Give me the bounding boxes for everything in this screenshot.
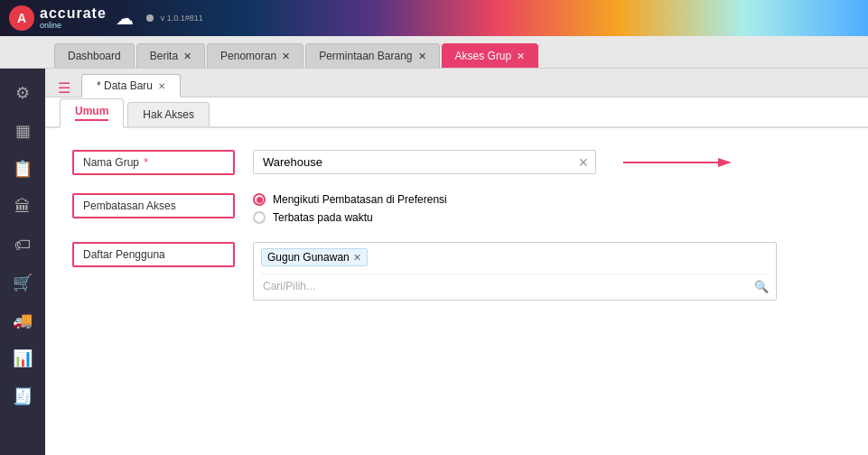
pembatasan-akses-row: Pembatasan Akses Mengikuti Pembatasan di… — [72, 193, 841, 224]
logo-name: accurate — [40, 5, 107, 22]
sidebar-item-document[interactable]: 📋 — [5, 152, 41, 186]
chart-icon: ▦ — [15, 121, 31, 141]
subtab-data-baru[interactable]: * Data Baru ✕ — [81, 74, 181, 98]
tab-dashboard[interactable]: Dashboard — [54, 43, 135, 68]
tax-icon: 🧾 — [13, 386, 33, 406]
tab-hak-akses[interactable]: Hak Akses — [127, 102, 210, 126]
tab-berita[interactable]: Berita ✕ — [136, 43, 205, 68]
sidebar: ⚙ ▦ 📋 🏛 🏷 🛒 🚚 📊 🧾 — [0, 69, 45, 455]
logo-icon: A — [9, 5, 34, 31]
nama-grup-label: Nama Grup * — [72, 150, 235, 175]
daftar-pengguna-label: Daftar Pengguna — [72, 242, 235, 267]
close-data-baru[interactable]: ✕ — [158, 81, 165, 91]
truck-icon: 🚚 — [13, 311, 33, 330]
sidebar-item-cart[interactable]: 🛒 — [5, 265, 41, 300]
svg-marker-1 — [718, 158, 732, 167]
search-icon[interactable]: 🔍 — [754, 280, 769, 293]
sidebar-item-chart[interactable]: ▦ — [5, 114, 41, 148]
version-label: v 1.0.1#811 — [161, 14, 203, 23]
main-tabbar: Dashboard Berita ✕ Penomoran ✕ Permintaa… — [0, 36, 868, 69]
main-content: ☰ * Data Baru ✕ Umum Hak Akses Nama Grup… — [45, 69, 868, 455]
radio-mengikuti-circle — [253, 193, 266, 206]
inner-tabbar: Umum Hak Akses — [45, 98, 868, 128]
radio-terbatas[interactable]: Terbatas pada waktu — [253, 211, 447, 224]
sidebar-item-box[interactable]: 🏛 — [5, 190, 41, 224]
cart-icon: 🛒 — [13, 273, 33, 292]
nama-grup-input[interactable] — [253, 150, 596, 174]
tag-remove-gugun[interactable]: ✕ — [353, 252, 361, 264]
close-permintaan[interactable]: ✕ — [418, 51, 426, 62]
tab-penomoran[interactable]: Penomoran ✕ — [207, 43, 303, 68]
sidebar-item-bar-chart[interactable]: 📊 — [5, 341, 41, 376]
pembatasan-akses-label: Pembatasan Akses — [72, 193, 235, 218]
search-placeholder-text: Cari/Pilih... — [261, 278, 754, 294]
form-area: Nama Grup * ✕ Pembatasan Akses — [45, 128, 868, 455]
radio-terbatas-circle — [253, 211, 266, 224]
sidebar-item-tax[interactable]: 🧾 — [5, 379, 41, 413]
arrow-indicator — [623, 153, 732, 172]
sidebar-item-truck[interactable]: 🚚 — [5, 303, 41, 338]
tab-permintaan-barang[interactable]: Permintaan Barang ✕ — [305, 43, 439, 68]
close-akses-grup[interactable]: ✕ — [517, 51, 525, 62]
document-icon: 📋 — [13, 159, 33, 179]
bar-chart-icon: 📊 — [13, 348, 33, 368]
tab-akses-grup[interactable]: Akses Grup ✕ — [442, 43, 539, 68]
logo-sub: online — [40, 22, 107, 31]
nama-grup-input-wrap: ✕ — [253, 150, 596, 174]
nama-grup-row: Nama Grup * ✕ — [72, 150, 841, 175]
box-icon: 🏛 — [14, 198, 31, 217]
daftar-pengguna-search-row: Cari/Pilih... 🔍 — [261, 274, 769, 294]
tag-list: Gugun Gunawan ✕ — [261, 248, 769, 270]
close-berita[interactable]: ✕ — [183, 51, 191, 62]
close-penomoran[interactable]: ✕ — [282, 51, 290, 62]
topbar: A accurate online ☁ v 1.0.1#811 — [0, 0, 868, 36]
daftar-pengguna-row: Daftar Pengguna Gugun Gunawan ✕ Cari/Pil… — [72, 242, 841, 301]
status-dot — [146, 14, 154, 22]
nama-grup-clear-button[interactable]: ✕ — [578, 155, 589, 170]
sidebar-item-settings[interactable]: ⚙ — [5, 76, 41, 110]
main-layout: ⚙ ▦ 📋 🏛 🏷 🛒 🚚 📊 🧾 ☰ — [0, 69, 868, 455]
logo-area: A accurate online ☁ v 1.0.1#811 — [9, 5, 203, 31]
subtabbar: ☰ * Data Baru ✕ — [45, 69, 868, 98]
arrow-svg — [623, 153, 732, 172]
tag-icon: 🏷 — [14, 236, 31, 255]
sidebar-item-tag[interactable]: 🏷 — [5, 228, 41, 262]
pembatasan-akses-options: Mengikuti Pembatasan di Preferensi Terba… — [253, 193, 447, 224]
settings-icon: ⚙ — [15, 83, 30, 103]
radio-mengikuti[interactable]: Mengikuti Pembatasan di Preferensi — [253, 193, 447, 206]
tab-umum[interactable]: Umum — [60, 98, 124, 128]
cloud-icon: ☁ — [116, 7, 134, 29]
tag-gugun-gunawan: Gugun Gunawan ✕ — [261, 248, 368, 266]
daftar-pengguna-input-box[interactable]: Gugun Gunawan ✕ Cari/Pilih... 🔍 — [253, 242, 777, 301]
list-view-icon[interactable]: ☰ — [54, 79, 74, 97]
